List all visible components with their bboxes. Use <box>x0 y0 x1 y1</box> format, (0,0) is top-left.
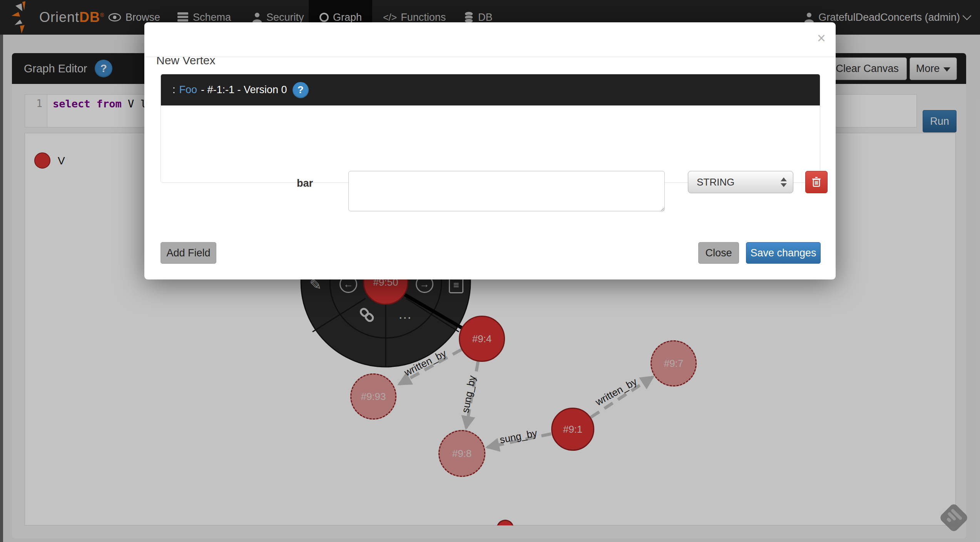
vertex-property-box: : Foo - #-1:-1 - Version 0 ? bar STRING <box>161 74 820 183</box>
vertex-class-link[interactable]: Foo <box>179 84 197 96</box>
close-label: Close <box>705 247 732 259</box>
vertex-header-prefix: : <box>172 84 176 96</box>
modal-title: New Vertex <box>156 54 215 67</box>
field-type-value: STRING <box>697 176 734 188</box>
close-icon[interactable]: × <box>817 31 826 45</box>
modal-header-divider <box>144 57 836 57</box>
help-icon[interactable]: ? <box>293 82 309 98</box>
delete-field-button[interactable] <box>805 171 828 193</box>
orientdb-studio: OrientDB® Browse Schema Security <box>0 0 980 542</box>
select-stepper-icon <box>781 171 787 193</box>
save-changes-label: Save changes <box>750 247 816 259</box>
add-field-label: Add Field <box>166 247 210 259</box>
field-type-select[interactable]: STRING <box>688 171 793 193</box>
vertex-header-bar: : Foo - #-1:-1 - Version 0 ? <box>161 74 820 105</box>
close-button[interactable]: Close <box>698 242 739 264</box>
field-name-label: bar <box>161 177 313 189</box>
field-value-textarea[interactable] <box>348 171 665 211</box>
save-changes-button[interactable]: Save changes <box>746 242 821 264</box>
add-field-button[interactable]: Add Field <box>161 242 216 264</box>
trash-icon <box>811 176 821 188</box>
new-vertex-modal: × New Vertex : Foo - #-1:-1 - Version 0 … <box>144 22 836 279</box>
vertex-header-rid-version: - #-1:-1 - Version 0 <box>201 84 287 96</box>
